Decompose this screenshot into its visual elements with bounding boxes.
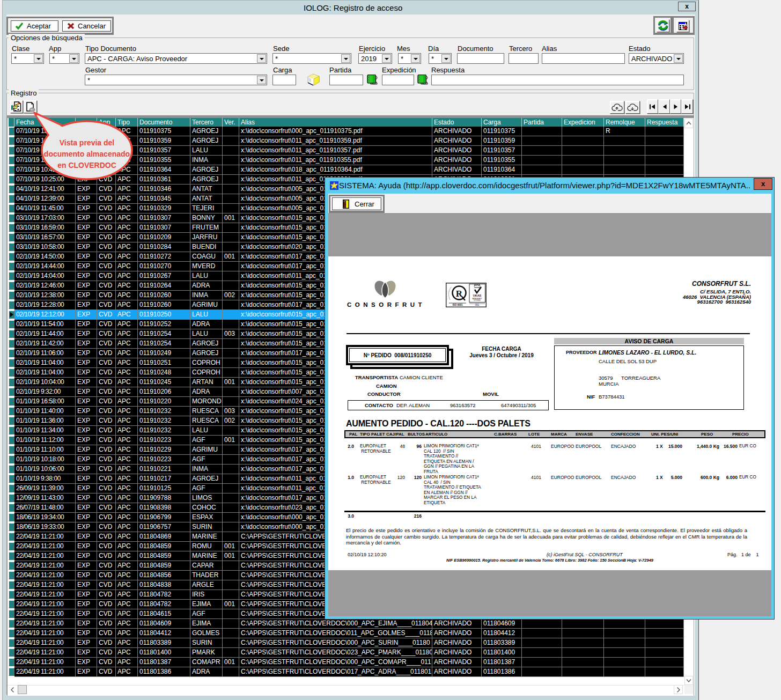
svg-text:UKAS: UKAS <box>473 294 482 297</box>
svg-text:ISO 9001: ISO 9001 <box>452 304 463 306</box>
svg-text:SYSTEMS: SYSTEMS <box>474 299 481 301</box>
